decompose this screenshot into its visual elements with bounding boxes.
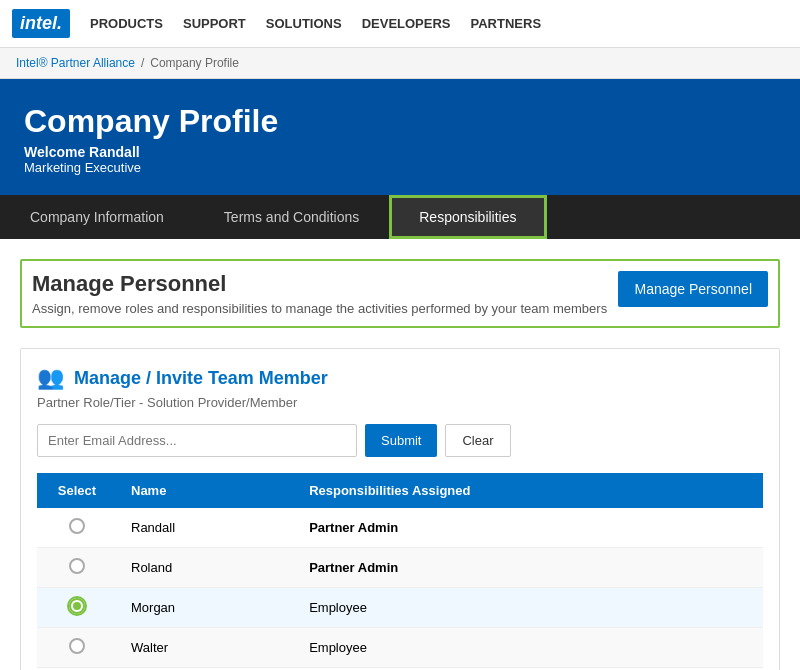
col-responsibilities: Responsibilities Assigned	[295, 473, 763, 508]
nav-products[interactable]: PRODUCTS	[90, 16, 163, 31]
invite-title-text: Manage / Invite Team Member	[74, 368, 328, 389]
submit-button[interactable]: Submit	[365, 424, 437, 457]
welcome-text: Welcome Randall	[24, 144, 776, 160]
table-row: MorganEmployee	[37, 588, 763, 628]
email-input[interactable]	[37, 424, 357, 457]
breadcrumb-parent[interactable]: Intel® Partner Alliance	[16, 56, 135, 70]
invite-form: Submit Clear	[37, 424, 763, 457]
tab-bar: Company Information Terms and Conditions…	[0, 195, 800, 239]
tab-company-information[interactable]: Company Information	[0, 195, 194, 239]
row-name: Randall	[117, 508, 295, 548]
row-name: Morgan	[117, 588, 295, 628]
row-radio[interactable]	[69, 598, 85, 614]
team-icon: 👥	[37, 365, 64, 391]
row-responsibility: Employee	[295, 588, 763, 628]
nav-developers[interactable]: DEVELOPERS	[362, 16, 451, 31]
select-cell	[37, 588, 117, 628]
table-row: RolandPartner Admin	[37, 548, 763, 588]
col-name: Name	[117, 473, 295, 508]
hero-section: Company Profile Welcome Randall Marketin…	[0, 79, 800, 195]
section-title: Manage Personnel	[32, 271, 607, 297]
table-row: RandallPartner Admin	[37, 508, 763, 548]
section-header: Manage Personnel Assign, remove roles an…	[20, 259, 780, 328]
col-select: Select	[37, 473, 117, 508]
row-name: Roland	[117, 548, 295, 588]
row-responsibility: Partner Admin	[295, 548, 763, 588]
select-cell	[37, 628, 117, 668]
invite-title: 👥 Manage / Invite Team Member	[37, 365, 763, 391]
invite-subtitle: Partner Role/Tier - Solution Provider/Me…	[37, 395, 763, 410]
tab-responsibilities[interactable]: Responsibilities	[389, 195, 546, 239]
breadcrumb-current: Company Profile	[150, 56, 239, 70]
main-content: Manage Personnel Assign, remove roles an…	[0, 239, 800, 670]
row-radio[interactable]	[69, 638, 85, 654]
clear-button[interactable]: Clear	[445, 424, 510, 457]
row-name: Walter	[117, 628, 295, 668]
user-role: Marketing Executive	[24, 160, 776, 175]
table-row: WalterEmployee	[37, 628, 763, 668]
section-description: Assign, remove roles and responsibilitie…	[32, 301, 607, 316]
intel-logo: intel.	[12, 9, 70, 38]
breadcrumb-separator: /	[141, 56, 144, 70]
nav-partners[interactable]: PARTNERS	[471, 16, 542, 31]
row-radio[interactable]	[69, 518, 85, 534]
row-responsibility: Employee	[295, 628, 763, 668]
page-title: Company Profile	[24, 103, 776, 140]
personnel-table: Select Name Responsibilities Assigned Ra…	[37, 473, 763, 668]
select-cell	[37, 548, 117, 588]
row-radio[interactable]	[69, 558, 85, 574]
top-nav: intel. PRODUCTS SUPPORT SOLUTIONS DEVELO…	[0, 0, 800, 48]
breadcrumb: Intel® Partner Alliance / Company Profil…	[0, 48, 800, 79]
select-cell	[37, 508, 117, 548]
nav-links: PRODUCTS SUPPORT SOLUTIONS DEVELOPERS PA…	[90, 16, 541, 31]
section-header-text: Manage Personnel Assign, remove roles an…	[32, 271, 607, 316]
manage-personnel-button[interactable]: Manage Personnel	[618, 271, 768, 307]
nav-solutions[interactable]: SOLUTIONS	[266, 16, 342, 31]
tab-terms-and-conditions[interactable]: Terms and Conditions	[194, 195, 389, 239]
nav-support[interactable]: SUPPORT	[183, 16, 246, 31]
invite-section: 👥 Manage / Invite Team Member Partner Ro…	[20, 348, 780, 670]
row-responsibility: Partner Admin	[295, 508, 763, 548]
